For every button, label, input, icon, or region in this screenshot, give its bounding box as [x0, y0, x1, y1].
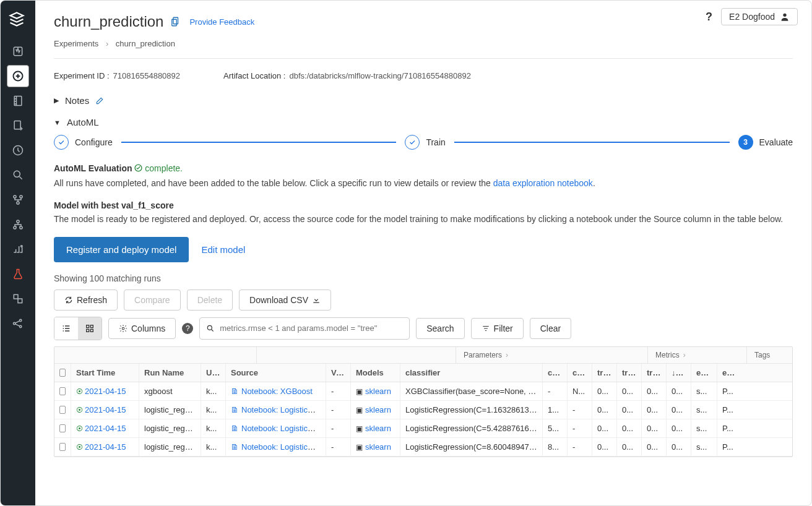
col-metric-2[interactable]: traini: [641, 364, 666, 382]
sidebar-item-recents[interactable]: [7, 139, 29, 161]
col-param-0[interactable]: clas: [542, 364, 567, 382]
success-check-icon: [134, 164, 142, 172]
col-models[interactable]: Models: [350, 364, 400, 382]
register-deploy-button[interactable]: Register and deploy model: [54, 237, 189, 262]
param-cell: 8...: [542, 438, 567, 456]
model-link[interactable]: sklearn: [365, 442, 391, 452]
edit-icon[interactable]: [95, 96, 104, 105]
refresh-button[interactable]: Refresh: [54, 289, 118, 311]
tag-cell: s...: [691, 419, 717, 437]
notes-section-header[interactable]: ▶ Notes: [54, 95, 793, 106]
user-icon: [780, 12, 790, 22]
sidebar-item-jobs[interactable]: [7, 238, 29, 260]
copy-icon[interactable]: [170, 16, 181, 27]
source-notebook-link[interactable]: Notebook: LogisticRegre: [241, 424, 326, 433]
chevron-right-icon: ›: [106, 39, 108, 48]
search-input[interactable]: [220, 324, 403, 333]
table-row[interactable]: ⦿2021-04-15logistic_regre...k...🗎Noteboo…: [54, 401, 792, 419]
col-param-1[interactable]: class: [567, 364, 592, 382]
col-version[interactable]: Versi: [326, 364, 350, 382]
check-icon: [405, 135, 420, 150]
provide-feedback-link[interactable]: Provide Feedback: [189, 17, 254, 27]
clear-button[interactable]: Clear: [530, 318, 571, 339]
col-metric-3[interactable]: ↓ val_: [666, 364, 691, 382]
chevron-right-icon[interactable]: ›: [683, 351, 686, 359]
svg-rect-23: [90, 325, 93, 327]
user-cell: k...: [201, 382, 225, 400]
model-icon: ▣: [356, 443, 363, 452]
version-cell: -: [326, 419, 350, 437]
sidebar-item-data[interactable]: [7, 189, 29, 211]
col-user[interactable]: User: [201, 364, 225, 382]
search-button[interactable]: Search: [416, 318, 464, 339]
param-cell: N...: [567, 382, 592, 400]
metric-cell: 0...: [641, 401, 666, 419]
sidebar-item-experiments[interactable]: [7, 263, 29, 285]
col-metric-1[interactable]: traini: [616, 364, 641, 382]
sidebar-item-share[interactable]: [7, 312, 29, 335]
table-row[interactable]: ⦿2021-04-15xgboostk...🗎Notebook: XGBoost…: [54, 382, 792, 401]
svg-rect-20: [172, 19, 177, 26]
start-time-link[interactable]: 2021-04-15: [85, 424, 126, 433]
automl-section-header[interactable]: ▼ AutoML: [54, 117, 793, 127]
search-help-icon[interactable]: ?: [182, 323, 193, 334]
sidebar-item-models[interactable]: [7, 40, 29, 62]
row-checkbox[interactable]: [59, 387, 66, 395]
download-csv-button[interactable]: Download CSV: [239, 289, 331, 311]
source-notebook-link[interactable]: Notebook: LogisticRegre: [241, 442, 326, 452]
svg-rect-14: [18, 299, 22, 303]
sidebar-item-compute[interactable]: [7, 213, 29, 236]
classifier-cell: LogisticRegression(C=1.1632861392...: [400, 401, 542, 419]
grid-view-button[interactable]: [78, 317, 102, 340]
start-time-link[interactable]: 2021-04-15: [85, 387, 126, 396]
row-checkbox[interactable]: [59, 406, 66, 414]
breadcrumb: Experiments › churn_prediction: [54, 39, 793, 59]
col-start-time[interactable]: Start Time: [71, 364, 139, 382]
runs-table: Parameters › Metrics › Tags Start Time R…: [54, 346, 793, 457]
sidebar-item-create[interactable]: [7, 65, 29, 87]
source-notebook-link[interactable]: Notebook: XGBoost: [241, 387, 313, 396]
breadcrumb-root[interactable]: Experiments: [54, 39, 98, 48]
sidebar-item-repos[interactable]: [7, 114, 29, 137]
help-icon[interactable]: ?: [706, 11, 712, 24]
col-classifier[interactable]: classifier: [400, 364, 542, 382]
svg-rect-22: [87, 325, 89, 327]
col-run-name[interactable]: Run Name: [139, 364, 201, 382]
filter-button[interactable]: Filter: [471, 318, 524, 339]
source-notebook-link[interactable]: Notebook: LogisticRegre: [241, 405, 326, 414]
list-view-button[interactable]: [54, 317, 78, 340]
svg-point-8: [17, 202, 19, 204]
user-menu-button[interactable]: E2 Dogfood: [721, 8, 798, 25]
step-line: [454, 142, 730, 143]
start-time-link[interactable]: 2021-04-15: [85, 442, 126, 452]
notebook-icon: 🗎: [231, 424, 239, 433]
col-tag-1[interactable]: estim: [717, 364, 743, 382]
model-link[interactable]: sklearn: [365, 424, 391, 433]
edit-model-link[interactable]: Edit model: [201, 244, 245, 255]
tag-cell: P...: [717, 401, 743, 419]
artifact-location-value: dbfs:/databricks/mlflow-tracking/7108165…: [290, 71, 471, 80]
col-tag-0[interactable]: estim: [691, 364, 717, 382]
col-source[interactable]: Source: [225, 364, 326, 382]
select-all-checkbox[interactable]: [59, 369, 66, 377]
search-box[interactable]: [199, 317, 410, 340]
row-checkbox[interactable]: [59, 424, 66, 432]
model-link[interactable]: sklearn: [365, 387, 391, 396]
chevron-right-icon[interactable]: ›: [506, 351, 508, 359]
start-time-link[interactable]: 2021-04-15: [85, 405, 126, 414]
columns-button[interactable]: Columns: [108, 318, 176, 339]
sidebar-item-feature-store[interactable]: [7, 288, 29, 310]
sidebar-item-search[interactable]: [7, 164, 29, 186]
model-link[interactable]: sklearn: [365, 405, 391, 414]
sidebar-item-workspace[interactable]: [7, 90, 29, 112]
col-metric-0[interactable]: traini: [592, 364, 616, 382]
user-cell: k...: [201, 419, 225, 437]
caret-down-icon: ▼: [54, 119, 61, 126]
page-title: churn_prediction: [54, 13, 163, 30]
data-exploration-notebook-link[interactable]: data exploration notebook: [493, 178, 593, 188]
row-checkbox[interactable]: [59, 443, 66, 451]
table-row[interactable]: ⦿2021-04-15logistic_regre...k...🗎Noteboo…: [54, 419, 792, 438]
user-label: E2 Dogfood: [729, 12, 775, 22]
databricks-logo-icon[interactable]: [8, 11, 28, 30]
table-row[interactable]: ⦿2021-04-15logistic_regre...k...🗎Noteboo…: [54, 438, 792, 457]
